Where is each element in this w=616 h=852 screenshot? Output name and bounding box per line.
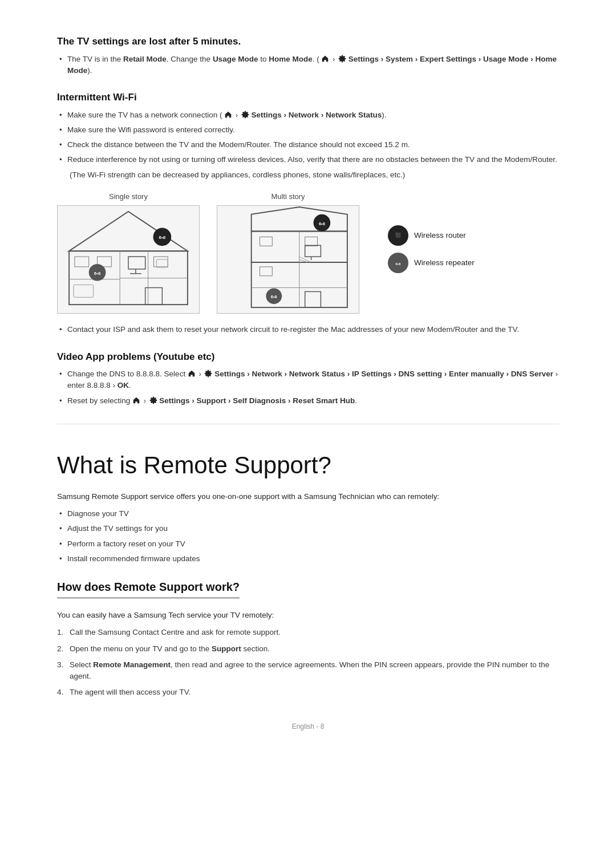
wifi-bullet-4: Reduce interference by not using or turn…	[57, 154, 559, 165]
rs-bullet-2: Adjust the TV settings for you	[57, 523, 559, 534]
tv-settings-list: The TV is in the Retail Mode. Change the…	[57, 54, 559, 77]
settings-icon	[149, 396, 157, 404]
single-story-house: 6•8 6•8	[57, 205, 200, 314]
remote-support-heading: What is Remote Support?	[57, 447, 559, 483]
section-video: Video App problems (Youtube etc) Change …	[57, 350, 559, 407]
wifi-heading: Intermittent Wi-Fi	[57, 90, 559, 105]
step-2: 2. Open the menu on your TV and go to th…	[57, 643, 559, 655]
svg-rect-36	[305, 246, 321, 257]
legend-router: ⬛ Wireless router	[388, 225, 475, 246]
svg-rect-19	[74, 285, 94, 298]
settings-icon	[241, 111, 249, 119]
how-works-heading: How does Remote Support work?	[57, 578, 240, 598]
svg-text:6•8: 6•8	[319, 221, 325, 226]
tv-settings-bullet-1: The TV is in the Retail Mode. Change the…	[57, 54, 559, 77]
step-1: 1. Call the Samsung Contact Centre and a…	[57, 627, 559, 638]
section-wifi: Intermittent Wi-Fi Make sure the TV has …	[57, 90, 559, 336]
svg-text:6•8: 6•8	[94, 271, 101, 276]
home-icon	[321, 55, 329, 63]
section-how-works: How does Remote Support work? You can ea…	[57, 578, 559, 699]
section-tv-settings: The TV settings are lost after 5 minutes…	[57, 34, 559, 76]
diagram-legend: ⬛ Wireless router 6•8 Wireless repeater	[388, 225, 475, 273]
tv-settings-heading: The TV settings are lost after 5 minutes…	[57, 34, 559, 49]
svg-rect-29	[305, 237, 318, 246]
svg-text:6•8: 6•8	[396, 262, 401, 266]
svg-rect-16	[128, 257, 145, 269]
home-icon	[132, 396, 140, 404]
step-4: 4. The agent will then access your TV.	[57, 687, 559, 698]
rs-bullet-3: Perform a factory reset on your TV	[57, 538, 559, 550]
wifi-bullet-2: Make sure the Wifi password is entered c…	[57, 124, 559, 136]
how-works-intro: You can easily have a Samsung Tech servi…	[57, 610, 559, 621]
repeater-icon: 6•8	[388, 253, 408, 273]
multi-story-house: 6•8 6•8	[217, 205, 359, 314]
svg-text:6•8: 6•8	[271, 295, 277, 300]
wifi-note: (The Wi-Fi strength can be decreased by …	[70, 169, 559, 181]
wireless-router-label: Wireless router	[414, 230, 466, 241]
wifi-isp-list: Contact your ISP and ask them to reset y…	[57, 324, 559, 335]
remote-support-list: Diagnose your TV Adjust the TV settings …	[57, 508, 559, 565]
wifi-bullet-1: Make sure the TV has a network connectio…	[57, 109, 559, 121]
video-bullet-1: Change the DNS to 8.8.8.8. Select › Sett…	[57, 368, 559, 392]
multi-story-label: Multi story	[271, 191, 305, 202]
footer-text: English - 8	[292, 723, 325, 731]
svg-rect-30	[260, 267, 273, 276]
legend-repeater: 6•8 Wireless repeater	[388, 253, 475, 273]
section-remote-support: What is Remote Support? Samsung Remote S…	[57, 447, 559, 565]
wifi-bullet-3: Check the distance between the TV and th…	[57, 139, 559, 151]
wifi-list: Make sure the TV has a network connectio…	[57, 109, 559, 166]
how-works-steps: 1. Call the Samsung Contact Centre and a…	[57, 627, 559, 698]
settings-icon	[338, 55, 346, 63]
svg-rect-11	[154, 257, 168, 267]
router-icon: ⬛	[388, 225, 408, 246]
section-divider	[57, 424, 559, 424]
video-bullet-2: Reset by selecting › Settings › Support …	[57, 395, 559, 407]
rs-bullet-4: Install recommended firmware updates	[57, 553, 559, 565]
svg-rect-28	[260, 237, 273, 246]
single-story-block: Single story 6•8	[57, 191, 200, 314]
home-icon	[224, 111, 232, 119]
wifi-isp-bullet: Contact your ISP and ask them to reset y…	[57, 324, 559, 335]
svg-rect-20	[156, 259, 168, 267]
settings-icon	[204, 370, 212, 378]
svg-rect-31	[305, 292, 321, 308]
single-story-label: Single story	[109, 191, 148, 202]
wifi-diagram: Single story 6•8	[57, 191, 559, 314]
step-3: 3. Select Remote Management, then read a…	[57, 659, 559, 683]
home-icon	[188, 370, 196, 378]
multi-story-block: Multi story	[217, 191, 359, 314]
remote-support-intro: Samsung Remote Support service offers yo…	[57, 491, 559, 502]
page-footer: English - 8	[57, 721, 559, 732]
svg-rect-9	[75, 257, 89, 267]
video-list: Change the DNS to 8.8.8.8. Select › Sett…	[57, 368, 559, 407]
wireless-repeater-label: Wireless repeater	[414, 257, 475, 269]
video-heading: Video App problems (Youtube etc)	[57, 350, 559, 364]
svg-text:6•8: 6•8	[159, 236, 166, 241]
svg-marker-2	[69, 212, 188, 251]
rs-bullet-1: Diagnose your TV	[57, 508, 559, 520]
svg-marker-21	[252, 207, 347, 232]
